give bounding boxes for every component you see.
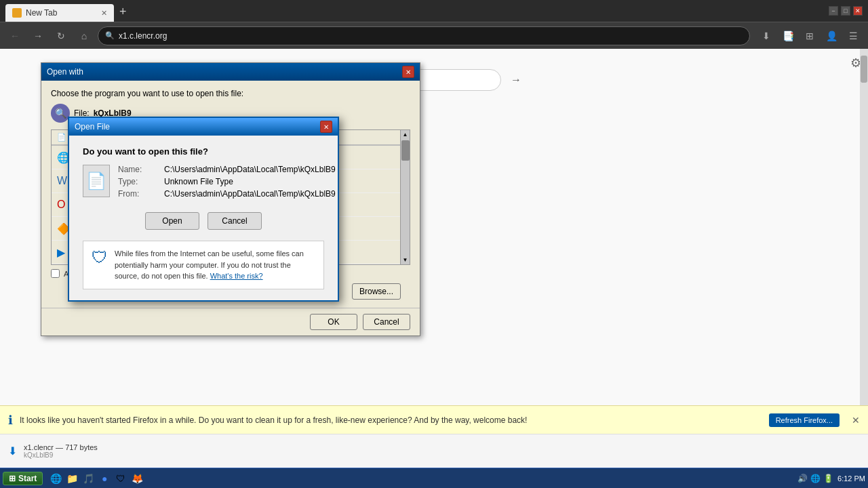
downloads-button[interactable]: ⬇	[757, 26, 776, 45]
open-file-content: 📄 Name: C:\Users\admin\AppData\Local\Tem…	[83, 165, 324, 212]
from-label: From:	[118, 189, 159, 199]
tray-network-icon: 🌐	[810, 474, 821, 483]
taskbar-chrome-icon[interactable]: ●	[97, 471, 112, 486]
scroll-thumb[interactable]	[401, 140, 410, 161]
start-button[interactable]: ⊞ Start	[3, 472, 43, 485]
address-text: x1.c.lencr.org	[119, 31, 167, 41]
bookmarks-button[interactable]: 📑	[778, 26, 797, 45]
file-info-grid: Name: C:\Users\admin\AppData\Local\Temp\…	[118, 165, 336, 201]
reload-button[interactable]: ↻	[52, 26, 71, 45]
always-use-checkbox[interactable]	[51, 269, 60, 278]
type-value: Unknown File Type	[164, 177, 233, 186]
taskbar-firefox-icon[interactable]: 🦊	[130, 471, 144, 486]
tab-title: New Tab	[26, 8, 57, 18]
home-button[interactable]: ⌂	[75, 26, 94, 45]
browser-content: ⚙ G Sea → ⊞ Top Sites ▾	[0, 49, 868, 468]
open-file-buttons: Open Cancel	[83, 212, 324, 230]
scroll-up-arrow[interactable]: ▲	[403, 131, 408, 138]
tab-favicon	[12, 8, 22, 18]
synced-tabs-button[interactable]: ⊞	[800, 26, 819, 45]
close-button[interactable]: ✕	[853, 6, 863, 16]
taskbar-shield-icon[interactable]: 🛡	[113, 471, 128, 486]
tray-battery-icon: 🔋	[823, 474, 833, 483]
browser-tab[interactable]: New Tab ✕	[5, 4, 114, 22]
file-name-row: Name: C:\Users\admin\AppData\Local\Temp\…	[118, 165, 336, 174]
scroll-down-arrow[interactable]: ▼	[403, 257, 408, 263]
cancel-button-inner[interactable]: Cancel	[208, 212, 262, 230]
taskbar-media-icon[interactable]: 🎵	[81, 471, 96, 486]
program-list-scrollbar[interactable]: ▲ ▼	[400, 130, 410, 264]
taskbar-ie-icon[interactable]: 🌐	[48, 471, 63, 486]
window-controls: − □ ✕	[829, 6, 863, 16]
opera-icon: O	[57, 199, 65, 211]
wmp-icon: ▶	[57, 246, 65, 259]
file-search-icon: 🔍	[51, 104, 70, 123]
open-with-title: Open with	[47, 67, 83, 77]
taskbar-quick-launch: 🌐 📁 🎵 ● 🛡 🦊	[48, 471, 144, 486]
tray-speaker-icon: 🔊	[797, 474, 808, 483]
open-with-footer: OK Cancel	[41, 308, 420, 336]
warning-text-content: While files from the Internet can be use…	[115, 248, 315, 282]
browser-window: New Tab ✕ + − □ ✕ ← → ↻ ⌂ 🔍 x1.c.lencr.o…	[0, 0, 868, 488]
menu-button[interactable]: ☰	[844, 26, 863, 45]
warning-shield-icon: 🛡	[92, 248, 108, 267]
back-button[interactable]: ←	[5, 26, 24, 45]
tab-close-button[interactable]: ✕	[101, 9, 107, 18]
ok-button[interactable]: OK	[310, 314, 357, 330]
warning-box: 🛡 While files from the Internet can be u…	[83, 241, 324, 289]
dialog-overlay: Open with ✕ Choose the program you want …	[0, 49, 868, 468]
navigation-bar: ← → ↻ ⌂ 🔍 x1.c.lencr.org ⬇ 📑 ⊞ 👤 ☰	[0, 22, 868, 49]
open-with-description: Choose the program you want to use to op…	[51, 89, 410, 98]
maximize-button[interactable]: □	[841, 6, 850, 16]
warning-link[interactable]: What's the risk?	[210, 272, 263, 280]
taskbar-right: 🔊 🌐 🔋 6:12 PM	[797, 474, 865, 483]
open-file-dialog: Open File ✕ Do you want to open this fil…	[68, 117, 339, 302]
address-bar[interactable]: 🔍 x1.c.lencr.org	[98, 26, 750, 45]
file-from-row: From: C:\Users\admin\AppData\Local\Temp\…	[118, 189, 336, 199]
open-with-titlebar: Open with ✕	[41, 63, 420, 81]
open-file-body: Do you want to open this file? 📄 Name: C…	[69, 136, 338, 300]
warning-message: While files from the Internet can be use…	[115, 249, 304, 280]
open-button[interactable]: Open	[145, 212, 199, 230]
title-bar: New Tab ✕ + − □ ✕	[0, 0, 868, 22]
word-icon: W	[57, 175, 67, 187]
open-file-question: Do you want to open this file?	[83, 146, 324, 157]
browse-button[interactable]: Browse...	[352, 283, 401, 300]
minimize-button[interactable]: −	[829, 6, 838, 16]
from-value: C:\Users\admin\AppData\Local\Temp\kQxLbl…	[164, 189, 336, 199]
name-value: C:\Users\admin\AppData\Local\Temp\kQxLbl…	[164, 165, 336, 174]
tray-icons: 🔊 🌐 🔋	[797, 474, 833, 483]
forward-button[interactable]: →	[28, 26, 47, 45]
search-icon: 🔍	[105, 31, 115, 40]
open-file-title: Open File	[75, 122, 110, 131]
system-clock: 6:12 PM	[837, 474, 865, 483]
taskbar: ⊞ Start 🌐 📁 🎵 ● 🛡 🦊 🔊 🌐 🔋 6:12 PM	[0, 468, 868, 488]
start-label: Start	[18, 474, 37, 483]
cancel-button-outer[interactable]: Cancel	[363, 314, 410, 330]
tab-bar: New Tab ✕ +	[5, 0, 826, 22]
open-file-titlebar: Open File ✕	[69, 118, 338, 136]
taskbar-folder-icon[interactable]: 📁	[64, 471, 79, 486]
open-file-close-button[interactable]: ✕	[320, 121, 332, 133]
windows-icon: ⊞	[9, 474, 16, 483]
account-button[interactable]: 👤	[822, 26, 841, 45]
file-type-icon: 📄	[83, 165, 110, 197]
file-type-row: Type: Unknown File Type	[118, 177, 336, 186]
nav-icons: ⬇ 📑 ⊞ 👤 ☰	[757, 26, 863, 45]
adobe-header-icon: 📄	[57, 133, 66, 142]
name-label: Name:	[118, 165, 159, 174]
new-tab-button[interactable]: +	[114, 5, 132, 19]
open-with-close-button[interactable]: ✕	[402, 66, 414, 78]
type-label: Type:	[118, 177, 159, 186]
